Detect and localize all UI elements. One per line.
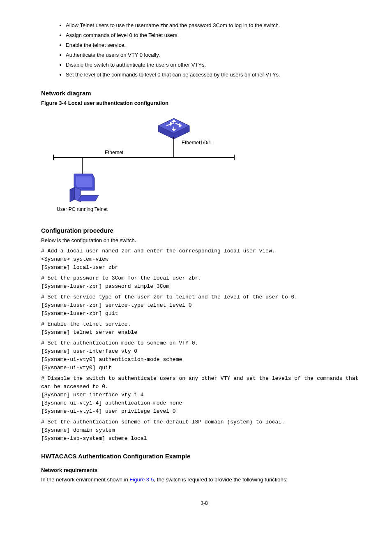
figure-caption: Figure 3-4 Local user authentication con… — [41, 100, 367, 106]
pc-label: User PC running Telnet — [57, 206, 108, 212]
cmd-group: # Set the service type of the user zbr t… — [41, 293, 367, 318]
list-item: Assign commands of level 0 to the Telnet… — [66, 30, 367, 40]
cmd-line: [Sysname] telnet server enable — [41, 328, 367, 337]
cmd-comment: # Set the service type of the user zbr t… — [41, 293, 367, 301]
cmd-line: [Sysname-ui-vty0] quit — [41, 364, 367, 372]
cmd-line: [Sysname-luser-zbr] quit — [41, 310, 367, 318]
cmd-line: [Sysname-ui-vty1-4] authentication-mode … — [41, 399, 367, 407]
cmd-line: [Sysname-ui-vty0] authentication-mode sc… — [41, 356, 367, 364]
network-requirements-heading: Network requirements — [41, 467, 367, 473]
cmd-line: [Sysname-ui-vty1-4] user privilege level… — [41, 407, 367, 416]
port-label: Ethernet1/0/1 — [182, 140, 211, 146]
cmd-group: # Disable the switch to authenticate use… — [41, 375, 367, 416]
cmd-group: # Set the password to 3Com for the local… — [41, 274, 367, 291]
cmd-line: [Sysname-luser-zbr] password simple 3Com — [41, 282, 367, 291]
network-requirements-body: In the network environment shown in Figu… — [41, 476, 367, 484]
cmd-line: [Sysname-isp-system] scheme local — [41, 435, 367, 443]
figure-link[interactable]: Figure 3-5 — [129, 476, 154, 483]
cmd-line: <Sysname> system-view — [41, 255, 367, 264]
list-item: Enable the telnet service. — [66, 40, 367, 50]
netreq-post: , the switch is required to provide the … — [154, 476, 288, 483]
cmd-line: [Sysname] local-user zbr — [41, 264, 367, 272]
pc-icon — [70, 174, 99, 202]
svg-marker-16 — [76, 176, 92, 187]
cmd-comment: # Enable the telnet service. — [41, 320, 367, 328]
cmd-group: # Set the authentication scheme of the d… — [41, 418, 367, 443]
network-diagram: Ethernet1/0/1 Ethernet User PC running T… — [41, 110, 238, 217]
switch-icon — [158, 118, 189, 139]
hwtacacs-heading: HWTACACS Authentication Configuration Ex… — [41, 453, 367, 460]
cmd-group: # Add a local user named zbr and enter t… — [41, 247, 367, 272]
cmd-comment: # Disable the switch to authenticate use… — [41, 375, 367, 391]
cmd-group: # Set the authentication mode to scheme … — [41, 339, 367, 372]
cmd-comment: # Set the authentication scheme of the d… — [41, 418, 367, 426]
list-item: Allow Telnet users to use the username z… — [66, 21, 367, 30]
cmd-line: [Sysname] domain system — [41, 426, 367, 435]
svg-marker-19 — [78, 195, 99, 201]
config-procedure-heading: Configuration procedure — [41, 227, 367, 234]
network-diagram-heading: Network diagram — [41, 90, 367, 97]
netreq-pre: In the network environment shown in — [41, 476, 129, 483]
svg-marker-17 — [70, 187, 75, 202]
list-item: Set the level of the commands to level 0… — [66, 70, 367, 80]
cmd-line: [Sysname-luser-zbr] service-type telnet … — [41, 301, 367, 310]
cmd-comment: # Add a local user named zbr and enter t… — [41, 247, 367, 255]
requirement-list: Allow Telnet users to use the username z… — [41, 21, 367, 80]
cmd-comment: # Set the authentication mode to scheme … — [41, 339, 367, 347]
cmd-comment: # Set the password to 3Com for the local… — [41, 274, 367, 282]
page-number: 3-8 — [41, 500, 367, 506]
procedure-intro: Below is the configuration on the switch… — [41, 236, 367, 245]
list-item: Authenticate the users on VTY 0 locally. — [66, 50, 367, 60]
list-item: Disable the switch to authenticate the u… — [66, 60, 367, 70]
ethernet-label: Ethernet — [105, 150, 123, 155]
cmd-group: # Enable the telnet service. [Sysname] t… — [41, 320, 367, 337]
cmd-line: [Sysname] user-interface vty 1 4 — [41, 391, 367, 399]
cmd-line: [Sysname] user-interface vty 0 — [41, 347, 367, 356]
